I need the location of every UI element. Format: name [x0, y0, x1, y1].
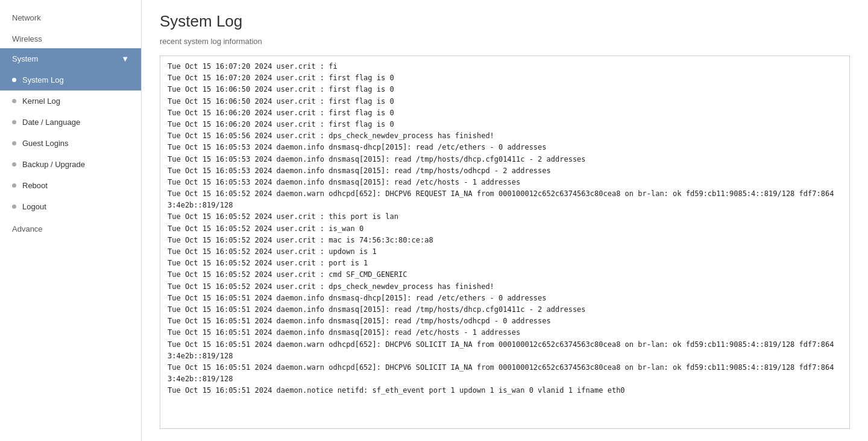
- sidebar-system-label: System: [12, 54, 38, 63]
- log-line: Tue Oct 15 16:06:50 2024 user.crit : fir…: [168, 96, 842, 107]
- log-line: Tue Oct 15 16:06:50 2024 user.crit : fir…: [168, 84, 842, 95]
- log-line: Tue Oct 15 16:05:52 2024 daemon.warn odh…: [168, 188, 842, 211]
- log-line: Tue Oct 15 16:05:56 2024 user.crit : dps…: [168, 130, 842, 142]
- log-line: Tue Oct 15 16:05:51 2024 daemon.notice n…: [168, 385, 842, 396]
- dot-icon: [12, 141, 16, 145]
- main-content: System Log recent system log information…: [142, 0, 868, 441]
- sidebar-section-advance: Advance: [0, 217, 141, 238]
- sidebar-item-system[interactable]: System ▼: [0, 48, 141, 69]
- log-line: Tue Oct 15 16:05:52 2024 user.crit : upd…: [168, 246, 842, 258]
- sidebar-item-kernel-log[interactable]: Kernel Log: [0, 90, 141, 112]
- log-line: Tue Oct 15 16:05:53 2024 daemon.info dns…: [168, 154, 842, 165]
- log-line: Tue Oct 15 16:05:52 2024 user.crit : is_…: [168, 223, 842, 235]
- dot-icon: [12, 78, 16, 82]
- log-line: Tue Oct 15 16:06:20 2024 user.crit : fir…: [168, 107, 842, 119]
- sidebar-item-system-log[interactable]: System Log: [0, 69, 141, 90]
- page-title: System Log: [160, 12, 850, 31]
- dot-icon: [12, 120, 16, 124]
- sidebar-item-date-language[interactable]: Date / Language: [0, 112, 141, 133]
- dot-icon: [12, 99, 16, 103]
- log-line: Tue Oct 15 16:05:53 2024 daemon.info dns…: [168, 165, 842, 177]
- sidebar-section-wireless: Wireless: [0, 27, 141, 48]
- dot-icon: [12, 183, 16, 188]
- dot-icon: [12, 205, 16, 209]
- sidebar: Network Wireless System ▼ System Log Ker…: [0, 0, 142, 441]
- log-line: Tue Oct 15 16:05:53 2024 daemon.info dns…: [168, 142, 842, 153]
- log-line: Tue Oct 15 16:05:53 2024 daemon.info dns…: [168, 177, 842, 188]
- log-line: Tue Oct 15 16:05:51 2024 daemon.info dns…: [168, 327, 842, 338]
- log-line: Tue Oct 15 16:05:51 2024 daemon.info dns…: [168, 293, 842, 304]
- log-line: Tue Oct 15 16:05:51 2024 daemon.info dns…: [168, 316, 842, 327]
- sidebar-item-guest-logins[interactable]: Guest Logins: [0, 133, 141, 154]
- log-line: Tue Oct 15 16:05:52 2024 user.crit : dps…: [168, 281, 842, 293]
- log-line: Tue Oct 15 16:05:52 2024 user.crit : thi…: [168, 211, 842, 223]
- log-line: Tue Oct 15 16:07:20 2024 user.crit : fir…: [168, 72, 842, 84]
- log-line: Tue Oct 15 16:05:51 2024 daemon.warn odh…: [168, 362, 842, 385]
- log-line: Tue Oct 15 16:07:20 2024 user.crit : fi: [168, 61, 842, 72]
- log-line: Tue Oct 15 16:05:51 2024 daemon.info dns…: [168, 304, 842, 316]
- page-subtitle: recent system log information: [160, 37, 850, 46]
- log-container[interactable]: Tue Oct 15 16:07:20 2024 user.crit : fiT…: [160, 56, 850, 429]
- log-line: Tue Oct 15 16:05:52 2024 user.crit : cmd…: [168, 269, 842, 281]
- sidebar-section-network: Network: [0, 6, 141, 27]
- log-line: Tue Oct 15 16:06:20 2024 user.crit : fir…: [168, 119, 842, 130]
- log-line: Tue Oct 15 16:05:52 2024 user.crit : por…: [168, 258, 842, 269]
- sidebar-item-reboot[interactable]: Reboot: [0, 175, 141, 196]
- sidebar-item-backup-upgrade[interactable]: Backup / Upgrade: [0, 154, 141, 175]
- sidebar-item-logout[interactable]: Logout: [0, 196, 141, 217]
- chevron-down-icon: ▼: [121, 54, 129, 63]
- log-line: Tue Oct 15 16:05:51 2024 daemon.warn odh…: [168, 339, 842, 362]
- dot-icon: [12, 162, 16, 167]
- log-line: Tue Oct 15 16:05:52 2024 user.crit : mac…: [168, 235, 842, 246]
